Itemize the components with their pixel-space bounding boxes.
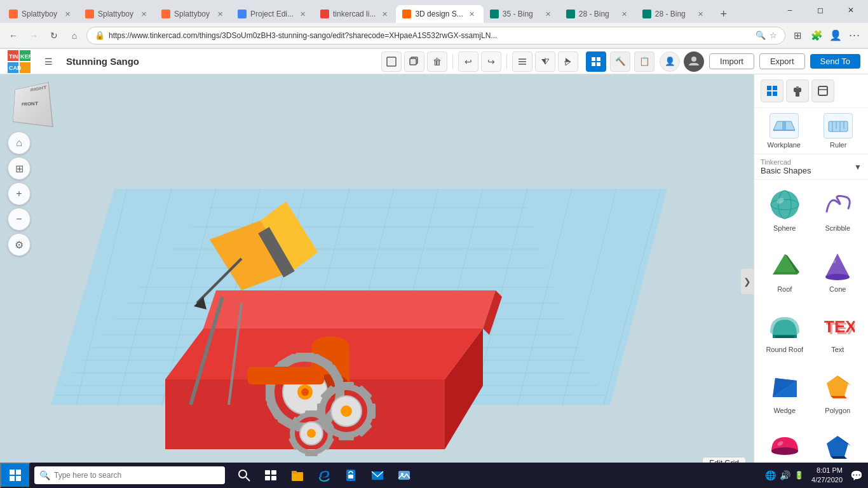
panel-board-button[interactable] xyxy=(811,79,834,102)
taskbar-edge-icon[interactable] xyxy=(311,463,337,488)
new-object-button[interactable] xyxy=(381,51,402,72)
flip-vertical-button[interactable] xyxy=(558,51,578,72)
svg-rect-107 xyxy=(796,86,799,89)
shape-wedge[interactable]: Wedge xyxy=(759,366,810,424)
svg-marker-142 xyxy=(831,456,847,459)
zoom-in-button[interactable]: + xyxy=(8,182,31,205)
tab-8[interactable]: 28 - Bing ✕ xyxy=(560,5,636,23)
start-button[interactable] xyxy=(0,463,31,488)
grid-settings-button[interactable]: ⚙ xyxy=(8,233,31,256)
grid-view-button[interactable] xyxy=(586,51,606,72)
tab-label-5: tinkercad li... xyxy=(333,10,376,18)
address-text: https://www.tinkercad.com/things/3DSoUm0… xyxy=(109,31,752,40)
taskbar-search[interactable]: 🔍 xyxy=(34,466,225,484)
notification-icon[interactable]: 💬 xyxy=(850,470,863,482)
tab-close-7[interactable]: ✕ xyxy=(543,9,553,19)
panel-grid-view-button[interactable] xyxy=(761,79,783,102)
taskbar-search-icon[interactable] xyxy=(231,463,257,488)
tab-label-9: 28 - Bing xyxy=(655,10,692,18)
tab-favicon-5 xyxy=(320,10,329,18)
taskbar-task-view-icon[interactable] xyxy=(258,463,283,488)
collections-icon[interactable]: ⊞ xyxy=(789,27,806,44)
tab-4[interactable]: Project Edi... ✕ xyxy=(231,5,314,23)
tab-3[interactable]: Splattyboy ✕ xyxy=(155,5,231,23)
tab-close-3[interactable]: ✕ xyxy=(215,9,225,19)
align-button[interactable] xyxy=(512,51,532,72)
tab-9[interactable]: 28 - Bing ✕ xyxy=(636,5,712,23)
redo-button[interactable]: ↪ xyxy=(481,51,501,72)
ruler-button[interactable]: Ruler xyxy=(814,113,864,149)
send-to-button[interactable]: Send To xyxy=(810,54,860,69)
hammer-view-button[interactable]: 🔨 xyxy=(610,51,630,72)
import-button[interactable]: Import xyxy=(709,53,754,69)
library-dropdown-arrow[interactable]: ▼ xyxy=(854,163,862,172)
shape-round-roof[interactable]: Round Roof xyxy=(759,305,810,363)
undo-button[interactable]: ↩ xyxy=(458,51,478,72)
taskbar-photos-icon[interactable] xyxy=(391,463,417,488)
workplane-button[interactable]: Workplane xyxy=(759,113,809,149)
tab-close-5[interactable]: ✕ xyxy=(379,9,390,19)
tab-1[interactable]: Splattyboy ✕ xyxy=(3,5,79,23)
restore-button[interactable]: ◻ xyxy=(806,0,835,23)
tab-close-6[interactable]: ✕ xyxy=(467,9,477,19)
tab-close-4[interactable]: ✕ xyxy=(297,9,308,19)
taskbar-mail-icon[interactable] xyxy=(365,463,390,488)
tab-7[interactable]: 35 - Bing ✕ xyxy=(484,5,560,23)
tab-favicon-9 xyxy=(642,10,651,18)
shape-text[interactable]: TEXT TEXT Text xyxy=(813,305,864,363)
profile-icon[interactable]: 👤 xyxy=(827,27,844,44)
network-icon[interactable]: 🌐 xyxy=(765,470,776,480)
address-bar[interactable]: 🔒 https://www.tinkercad.com/things/3DSoU… xyxy=(86,27,785,44)
copy-button[interactable] xyxy=(404,51,424,72)
minimize-button[interactable]: – xyxy=(775,0,804,23)
viewport[interactable]: FRONT RIGHT ⌂ ⊞ + − ⚙ ❯ Edit Grid Sn xyxy=(0,74,754,488)
back-button[interactable]: ← xyxy=(5,27,22,44)
more-options-icon[interactable]: ··· xyxy=(846,27,863,44)
shape-cone[interactable]: Cone xyxy=(813,245,864,303)
shape-polygon[interactable]: Polygon xyxy=(813,366,864,424)
shape-roof[interactable]: Roof xyxy=(759,245,810,303)
svg-rect-80 xyxy=(339,382,354,388)
user-avatar[interactable] xyxy=(684,51,704,72)
tab-label-8: 28 - Bing xyxy=(579,10,616,18)
forward-button[interactable]: → xyxy=(25,27,42,44)
battery-icon[interactable]: 🔋 xyxy=(794,471,804,480)
tab-5[interactable]: tinkercad li... ✕ xyxy=(314,5,396,23)
menu-icon[interactable]: ☰ xyxy=(38,51,58,72)
taskbar-file-explorer-icon[interactable] xyxy=(285,463,310,488)
tinkercad-logo: TIN KER CAD xyxy=(8,50,31,73)
tab-close-9[interactable]: ✕ xyxy=(696,9,706,19)
orientation-cube[interactable]: FRONT RIGHT xyxy=(10,85,55,129)
home-button[interactable]: ⌂ xyxy=(66,27,83,44)
system-clock[interactable]: 8:01 PM 4/27/2020 xyxy=(806,466,848,485)
volume-icon[interactable]: 🔊 xyxy=(780,470,790,480)
panel-collapse-arrow[interactable]: ❯ xyxy=(741,269,754,294)
home-view-button[interactable]: ⌂ xyxy=(8,132,31,154)
fit-all-button[interactable]: ⊞ xyxy=(8,157,31,180)
svg-point-97 xyxy=(307,429,316,438)
extensions-icon[interactable]: 🧩 xyxy=(808,27,825,44)
workplane-ruler-row: Workplane Ruler xyxy=(754,108,868,154)
search-input[interactable] xyxy=(54,471,181,480)
shape-sphere[interactable]: Sphere xyxy=(759,184,810,242)
library-selector[interactable]: Tinkercad Basic Shapes ▼ xyxy=(754,154,868,180)
tab-2[interactable]: Splattyboy ✕ xyxy=(79,5,155,23)
tab-close-1[interactable]: ✕ xyxy=(62,9,72,19)
delete-button[interactable]: 🗑 xyxy=(427,51,447,72)
tab-close-2[interactable]: ✕ xyxy=(139,9,149,19)
cone-label: Cone xyxy=(829,285,846,293)
cube-right-label: RIGHT xyxy=(31,85,47,93)
shape-scribble[interactable]: Scribble xyxy=(813,184,864,242)
tab-6[interactable]: 3D design S... ✕ xyxy=(396,5,483,23)
close-button[interactable]: ✕ xyxy=(836,0,865,23)
refresh-button[interactable]: ↻ xyxy=(46,27,62,44)
tab-close-8[interactable]: ✕ xyxy=(620,9,630,19)
board-view-button[interactable]: 📋 xyxy=(634,51,654,72)
taskbar-store-icon[interactable] xyxy=(338,463,363,488)
new-tab-button[interactable]: + xyxy=(715,5,733,23)
export-button[interactable]: Export xyxy=(759,53,805,69)
user-add-icon[interactable]: 👤 xyxy=(660,51,680,72)
flip-horizontal-button[interactable] xyxy=(535,51,555,72)
panel-hammer-button[interactable] xyxy=(786,79,809,102)
zoom-out-button[interactable]: − xyxy=(8,208,31,231)
